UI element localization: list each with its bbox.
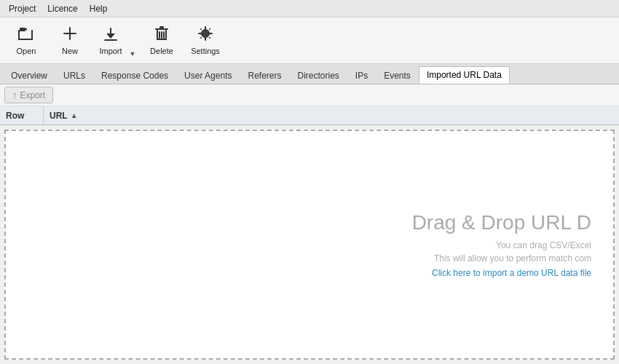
svg-rect-27 [209, 37, 211, 39]
import-button[interactable]: Import ▼ [93, 20, 138, 61]
drop-content: Drag & Drop URL D You can drag CSV/Excel… [390, 197, 613, 293]
tab-directories[interactable]: Directories [289, 66, 347, 84]
settings-label: Settings [191, 47, 220, 55]
svg-rect-23 [210, 33, 213, 34]
svg-rect-1 [18, 30, 20, 40]
svg-rect-6 [63, 33, 76, 34]
drop-title: Drag & Drop URL D [412, 211, 591, 234]
tab-overview[interactable]: Overview [3, 66, 55, 84]
svg-rect-14 [161, 31, 162, 39]
svg-rect-11 [157, 30, 158, 40]
svg-point-19 [204, 32, 207, 35]
tab-urls[interactable]: URLs [55, 66, 93, 84]
export-icon: ↑ [12, 90, 17, 100]
tab-events[interactable]: Events [376, 66, 419, 84]
menu-licence[interactable]: Licence [42, 2, 83, 15]
import-icon [103, 26, 119, 44]
main-content: Drag & Drop URL D You can drag CSV/Excel… [0, 125, 619, 364]
svg-rect-13 [157, 39, 167, 40]
url-column-label: URL [50, 111, 68, 121]
import-dropdown-arrow[interactable]: ▼ [127, 21, 138, 60]
sort-arrow-icon: ▲ [71, 111, 78, 119]
svg-rect-25 [209, 28, 211, 31]
svg-rect-15 [159, 31, 160, 39]
tab-bar: Overview URLs Response Codes User Agents… [0, 64, 619, 84]
import-label: Import [99, 47, 122, 55]
svg-rect-8 [104, 39, 117, 41]
column-url-header[interactable]: URL ▲ [44, 106, 619, 124]
svg-rect-4 [20, 28, 25, 30]
open-label: Open [17, 47, 36, 55]
delete-button[interactable]: Delete [141, 21, 182, 60]
tab-imported-url-data[interactable]: Imported URL Data [419, 66, 510, 84]
svg-rect-10 [159, 26, 164, 28]
import-main[interactable]: Import [94, 21, 127, 60]
svg-rect-3 [31, 30, 33, 40]
svg-rect-24 [200, 28, 202, 31]
import-demo-link[interactable]: Click here to import a demo URL data fil… [432, 268, 591, 278]
svg-rect-26 [200, 37, 202, 39]
column-row-header: Row [0, 106, 44, 124]
open-icon [17, 25, 35, 44]
new-button[interactable]: New [50, 21, 90, 60]
drop-subtitle-1: You can drag CSV/Excel [412, 240, 591, 250]
drop-zone[interactable]: Drag & Drop URL D You can drag CSV/Excel… [4, 130, 615, 360]
drop-subtitle-2: This will allow you to perform match com [412, 253, 591, 264]
svg-rect-21 [205, 38, 206, 41]
tab-response-codes[interactable]: Response Codes [93, 66, 176, 84]
export-label: Export [20, 90, 46, 100]
open-button[interactable]: Open [6, 21, 47, 60]
delete-label: Delete [150, 47, 173, 55]
settings-icon [197, 25, 213, 44]
tab-ips[interactable]: IPs [347, 66, 376, 84]
menu-bar: Project Licence Help [0, 0, 619, 17]
new-label: New [62, 47, 78, 55]
delete-icon [154, 25, 169, 44]
action-bar: ↑ Export [0, 84, 619, 106]
menu-project[interactable]: Project [3, 2, 42, 15]
svg-rect-16 [163, 31, 165, 39]
export-button[interactable]: ↑ Export [4, 87, 53, 103]
settings-button[interactable]: Settings [185, 21, 226, 60]
tab-user-agents[interactable]: User Agents [176, 66, 240, 84]
svg-rect-20 [205, 26, 206, 29]
table-header: Row URL ▲ [0, 106, 619, 125]
svg-rect-12 [165, 30, 167, 40]
tab-referers[interactable]: Referers [240, 66, 289, 84]
new-icon [62, 25, 78, 44]
toolbar: Open New Import ▼ [0, 17, 619, 64]
svg-rect-2 [18, 39, 33, 40]
menu-help[interactable]: Help [84, 2, 114, 15]
svg-rect-9 [155, 28, 168, 30]
svg-rect-22 [198, 33, 201, 34]
